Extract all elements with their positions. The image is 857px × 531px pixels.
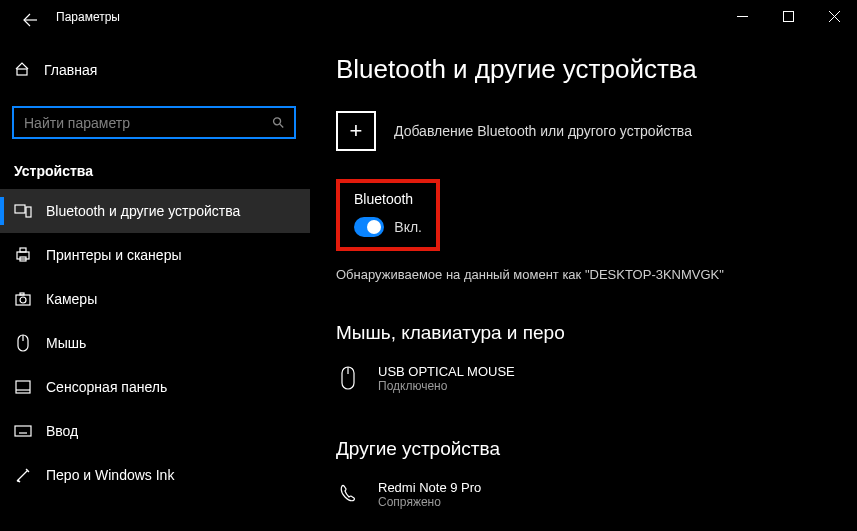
nav-label: Принтеры и сканеры — [46, 247, 181, 263]
nav-printers[interactable]: Принтеры и сканеры — [0, 233, 310, 277]
svg-rect-1 — [783, 11, 793, 21]
bluetooth-heading: Bluetooth — [354, 191, 422, 207]
nav-label: Ввод — [46, 423, 78, 439]
svg-rect-9 — [20, 248, 26, 252]
plus-icon: + — [350, 120, 363, 142]
nav-label: Сенсорная панель — [46, 379, 167, 395]
home-icon — [14, 61, 30, 80]
nav-mouse[interactable]: Мышь — [0, 321, 310, 365]
add-device-button[interactable]: + — [336, 111, 376, 151]
svg-rect-18 — [15, 426, 31, 436]
mouse-icon — [14, 334, 32, 352]
camera-icon — [14, 290, 32, 308]
svg-rect-8 — [17, 252, 29, 259]
discoverable-text: Обнаруживаемое на данный момент как "DES… — [336, 267, 845, 282]
bluetooth-toggle-state: Вкл. — [394, 219, 422, 235]
search-box[interactable]: ⚲ — [12, 106, 296, 139]
printer-icon — [14, 246, 32, 264]
svg-rect-5 — [17, 69, 27, 75]
close-button[interactable] — [811, 0, 857, 32]
maximize-button[interactable] — [765, 0, 811, 32]
sidebar-section-label: Устройства — [14, 163, 310, 179]
nav-label: Мышь — [46, 335, 86, 351]
device-status: Сопряжено — [378, 495, 481, 509]
home-nav[interactable]: Главная — [0, 50, 310, 90]
minimize-button[interactable] — [719, 0, 765, 32]
svg-rect-13 — [20, 293, 24, 295]
device-name: USB OPTICAL MOUSE — [378, 364, 515, 379]
mouse-device-icon — [336, 363, 360, 393]
bluetooth-toggle-section: Bluetooth Вкл. — [336, 179, 440, 251]
add-device-row[interactable]: + Добавление Bluetooth или другого устро… — [336, 111, 845, 151]
content-pane: Bluetooth и другие устройства + Добавлен… — [336, 50, 845, 531]
maximize-icon — [783, 11, 794, 22]
device-row-mouse[interactable]: USB OPTICAL MOUSE Подключено — [336, 358, 845, 398]
device-row-phone[interactable]: Redmi Note 9 Pro Сопряжено — [336, 474, 845, 514]
close-icon — [829, 11, 840, 22]
nav-label: Перо и Windows Ink — [46, 467, 174, 483]
device-name: Redmi Note 9 Pro — [378, 480, 481, 495]
search-input[interactable] — [14, 108, 294, 137]
keyboard-icon — [14, 422, 32, 440]
bluetooth-toggle[interactable] — [354, 217, 384, 237]
nav-touchpad[interactable]: Сенсорная панель — [0, 365, 310, 409]
nav-bluetooth[interactable]: Bluetooth и другие устройства — [0, 189, 310, 233]
back-button[interactable] — [18, 8, 42, 32]
svg-point-12 — [20, 297, 26, 303]
nav-label: Камеры — [46, 291, 97, 307]
svg-rect-6 — [15, 205, 25, 213]
devices-icon — [14, 202, 32, 220]
other-devices-header: Другие устройства — [336, 438, 845, 460]
touchpad-icon — [14, 378, 32, 396]
nav-input[interactable]: Ввод — [0, 409, 310, 453]
svg-rect-16 — [16, 381, 30, 393]
home-label: Главная — [44, 62, 97, 78]
device-status: Подключено — [378, 379, 515, 393]
nav-label: Bluetooth и другие устройства — [46, 203, 240, 219]
add-device-label: Добавление Bluetooth или другого устройс… — [394, 123, 692, 139]
minimize-icon — [737, 11, 748, 22]
mouse-keyboard-header: Мышь, клавиатура и перо — [336, 322, 845, 344]
svg-rect-7 — [26, 207, 31, 217]
sidebar: Главная ⚲ Устройства Bluetooth и другие … — [0, 50, 310, 531]
nav-cameras[interactable]: Камеры — [0, 277, 310, 321]
page-title: Bluetooth и другие устройства — [336, 54, 845, 85]
phone-icon — [336, 479, 360, 509]
nav-pen[interactable]: Перо и Windows Ink — [0, 453, 310, 497]
title-bar — [0, 0, 857, 32]
pen-icon — [14, 466, 32, 484]
window-title: Параметры — [56, 10, 120, 24]
back-arrow-icon — [21, 11, 39, 29]
svg-line-24 — [18, 470, 28, 480]
